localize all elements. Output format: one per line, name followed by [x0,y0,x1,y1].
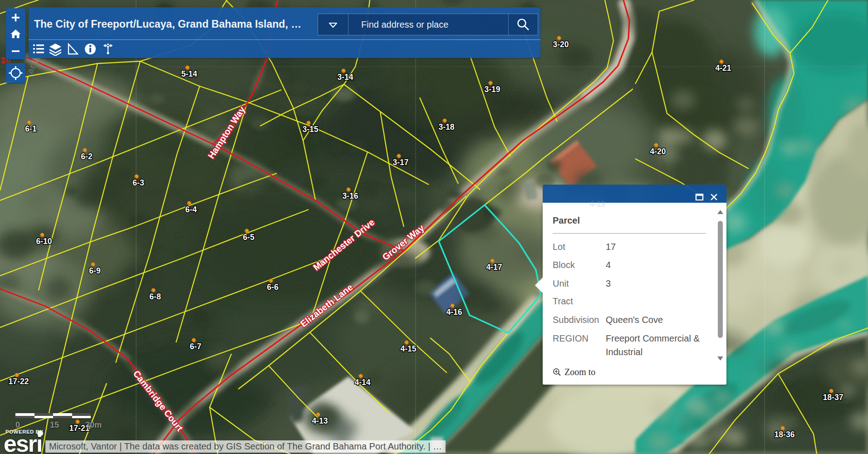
svg-text:5-14: 5-14 [181,69,197,78]
svg-text:17-22: 17-22 [9,377,29,386]
svg-text:3-18: 3-18 [438,122,454,132]
svg-text:18-37: 18-37 [823,393,843,402]
svg-text:3-19: 3-19 [484,85,500,94]
svg-text:4-13: 4-13 [312,416,328,425]
svg-text:6-8: 6-8 [149,292,161,301]
svg-text:6-3: 6-3 [132,178,144,187]
svg-text:4-21: 4-21 [715,63,731,73]
svg-text:4-17: 4-17 [486,263,502,272]
svg-text:3-20: 3-20 [553,40,569,49]
svg-text:6-9: 6-9 [89,266,101,275]
svg-text:6-5: 6-5 [243,233,255,242]
svg-text:4-14: 4-14 [354,378,370,387]
svg-text:6-4: 6-4 [185,205,197,214]
svg-text:4-15: 4-15 [400,344,416,353]
svg-text:3-16: 3-16 [342,191,358,200]
svg-text:3-14: 3-14 [337,73,353,82]
svg-text:4-20: 4-20 [650,147,666,156]
svg-text:3-15: 3-15 [302,125,318,134]
svg-text:6-10: 6-10 [36,237,52,246]
svg-text:6-7: 6-7 [190,342,201,351]
svg-text:18-36: 18-36 [775,430,795,439]
svg-text:4-16: 4-16 [446,308,462,317]
svg-text:3-17: 3-17 [392,158,408,167]
svg-text:6-1: 6-1 [25,124,37,133]
svg-text:6-6: 6-6 [267,283,279,292]
svg-text:6-2: 6-2 [81,152,93,161]
